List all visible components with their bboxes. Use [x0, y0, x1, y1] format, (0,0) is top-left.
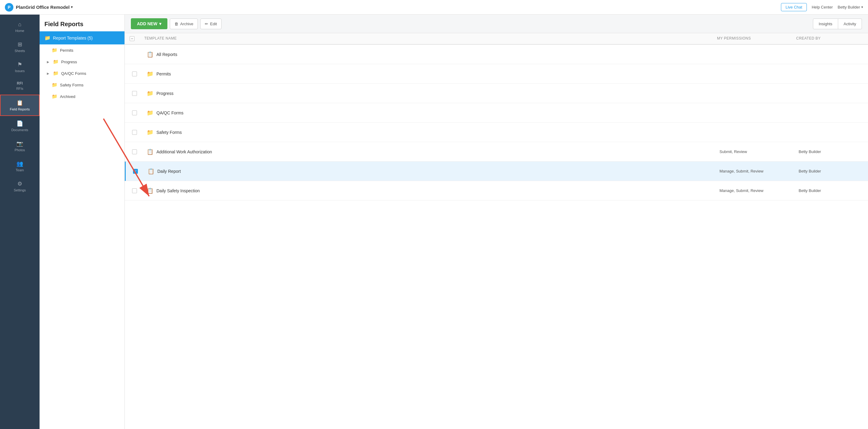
th-template-name: Template Name	[144, 36, 717, 41]
tree-item-progress[interactable]: ▶ 📁 Progress	[39, 56, 124, 68]
cell-permissions	[717, 109, 796, 117]
table-row[interactable]: 📁 Permits	[125, 64, 868, 84]
tree-item-qaqc-label: QA/QC Forms	[61, 71, 86, 76]
tree-item-permits[interactable]: 📁 Permits	[39, 44, 124, 56]
left-panel-header: Field Reports	[39, 14, 124, 31]
cell-checkbox[interactable]: ✓	[130, 165, 145, 177]
sidebar-item-team[interactable]: 👥 Team	[0, 156, 39, 176]
sidebar-label-home: Home	[15, 29, 24, 33]
toolbar-right: Insights Activity	[813, 19, 862, 29]
insights-tab-button[interactable]: Insights	[813, 19, 838, 29]
table-row[interactable]: 📁 Progress	[125, 84, 868, 103]
archive-button[interactable]: 🗑 Archive	[170, 19, 198, 29]
sidebar-label-rfis: RFIs	[16, 87, 23, 90]
table-row-daily-report[interactable]: ✓ 📋 Daily Report Manage, Submit, Review …	[125, 162, 868, 181]
table-row-daily-safety[interactable]: 📋 Daily Safety Inspection Manage, Submit…	[125, 181, 868, 200]
cell-name: 📁 QA/QC Forms	[144, 106, 717, 120]
right-content: ADD NEW ▾ 🗑 Archive ✏ Edit Insights Acti…	[125, 14, 868, 429]
sidebar-item-field-reports[interactable]: 📋 Field Reports	[0, 95, 39, 116]
row-checkbox[interactable]	[132, 130, 137, 135]
table-row[interactable]: 📁 Safety Forms	[125, 123, 868, 142]
row-checkbox[interactable]	[132, 71, 137, 76]
sidebar-item-home[interactable]: ⌂ Home	[0, 17, 39, 37]
header-checkbox[interactable]: –	[130, 36, 134, 41]
table-row[interactable]: 📁 QA/QC Forms	[125, 103, 868, 123]
top-nav-right: Live Chat Help Center Betty Builder ▾	[781, 3, 863, 11]
cell-created-by: Betty Builder	[796, 146, 863, 158]
cell-permissions: Submit, Review	[717, 146, 796, 158]
safety-forms-folder-icon: 📁	[52, 82, 58, 88]
cell-permissions	[717, 90, 796, 97]
row-checkbox[interactable]	[132, 150, 137, 154]
row-checkbox[interactable]	[132, 188, 137, 193]
tree-item-safety-forms[interactable]: 📁 Safety Forms	[39, 79, 124, 91]
project-name[interactable]: PlanGrid Office Remodel ▾	[16, 5, 73, 10]
th-checkbox: –	[130, 36, 144, 41]
edit-button[interactable]: ✏ Edit	[200, 19, 221, 29]
tree-item-archived-label: Archived	[60, 94, 75, 99]
rfis-icon: RFI	[17, 81, 23, 86]
th-permissions: My Permissions	[717, 36, 796, 41]
cell-created-by	[796, 109, 863, 117]
row-checkbox[interactable]	[132, 91, 137, 96]
table-header: – Template Name My Permissions Created B…	[125, 33, 868, 45]
table-row[interactable]: 📋 Additional Work Authorization Submit, …	[125, 142, 868, 162]
sidebar-label-settings: Settings	[14, 188, 26, 192]
help-center-link[interactable]: Help Center	[812, 5, 833, 9]
cell-checkbox[interactable]	[130, 185, 144, 197]
sidebar-label-field-reports: Field Reports	[10, 107, 30, 111]
sidebar-label-sheets: Sheets	[14, 49, 25, 53]
issues-icon: ⚑	[17, 61, 22, 68]
sheets-icon: ⊞	[18, 41, 22, 48]
user-menu[interactable]: Betty Builder ▾	[838, 5, 863, 9]
main-layout: ⌂ Home ⊞ Sheets ⚑ Issues RFI RFIs 📋 Fiel…	[0, 14, 868, 429]
qaqc-folder-icon: 📁	[147, 109, 153, 116]
tree-item-safety-forms-label: Safety Forms	[60, 83, 83, 87]
live-chat-button[interactable]: Live Chat	[781, 3, 807, 11]
sidebar-item-rfis[interactable]: RFI RFIs	[0, 77, 39, 95]
sidebar-item-settings[interactable]: ⚙ Settings	[0, 176, 39, 196]
top-nav-left: P PlanGrid Office Remodel ▾	[5, 3, 73, 11]
activity-tab-button[interactable]: Activity	[838, 19, 862, 29]
cell-checkbox[interactable]	[130, 87, 144, 99]
progress-folder-icon: 📁	[53, 59, 59, 65]
top-nav: P PlanGrid Office Remodel ▾ Live Chat He…	[0, 0, 868, 14]
report-templates-folder-icon: 📁	[44, 35, 51, 41]
settings-icon: ⚙	[17, 180, 22, 187]
table-row[interactable]: 📋 All Reports	[125, 45, 868, 64]
row-checkbox-checked[interactable]: ✓	[133, 169, 138, 174]
sidebar-item-photos[interactable]: 📷 Photos	[0, 136, 39, 156]
tree-active-label: Report Templates (5)	[53, 36, 93, 40]
template-icon: 📋	[148, 168, 154, 175]
app-logo: P	[5, 3, 13, 11]
sidebar-item-issues[interactable]: ⚑ Issues	[0, 57, 39, 77]
cell-checkbox[interactable]	[130, 146, 144, 158]
tree-active-item-report-templates[interactable]: 📁 Report Templates (5)	[39, 31, 124, 44]
cell-created-by: Betty Builder	[796, 185, 863, 197]
left-panel-title: Field Reports	[44, 21, 120, 28]
sidebar-item-documents[interactable]: 📄 Documents	[0, 116, 39, 136]
qaqc-arrow-icon: ▶	[47, 72, 49, 75]
cell-checkbox[interactable]	[130, 68, 144, 80]
cell-checkbox[interactable]	[130, 107, 144, 119]
daily-report-label: Daily Report	[157, 169, 181, 174]
additional-work-auth-label: Additional Work Authorization	[156, 150, 212, 154]
safety-forms-folder-icon: 📁	[147, 129, 153, 136]
tree-item-archived[interactable]: 📁 Archived	[39, 91, 124, 102]
cell-name: 📋 All Reports	[144, 47, 717, 62]
left-panel: Field Reports 📁 Report Templates (5) 📁 P…	[39, 14, 125, 429]
toolbar: ADD NEW ▾ 🗑 Archive ✏ Edit Insights Acti…	[125, 14, 868, 33]
sidebar-item-sheets[interactable]: ⊞ Sheets	[0, 37, 39, 57]
row-checkbox[interactable]	[132, 110, 137, 115]
tree-item-progress-label: Progress	[61, 60, 77, 64]
cell-created-by	[796, 90, 863, 97]
cell-checkbox[interactable]	[130, 126, 144, 138]
all-reports-icon: 📋	[147, 51, 153, 58]
permits-folder-icon: 📁	[147, 71, 153, 77]
cell-created-by	[796, 51, 863, 58]
add-new-button[interactable]: ADD NEW ▾	[131, 18, 167, 29]
daily-safety-inspection-label: Daily Safety Inspection	[156, 188, 200, 193]
tree-item-permits-label: Permits	[60, 48, 73, 53]
tree-item-qaqc[interactable]: ▶ 📁 QA/QC Forms	[39, 68, 124, 79]
permits-folder-icon: 📁	[52, 47, 58, 53]
